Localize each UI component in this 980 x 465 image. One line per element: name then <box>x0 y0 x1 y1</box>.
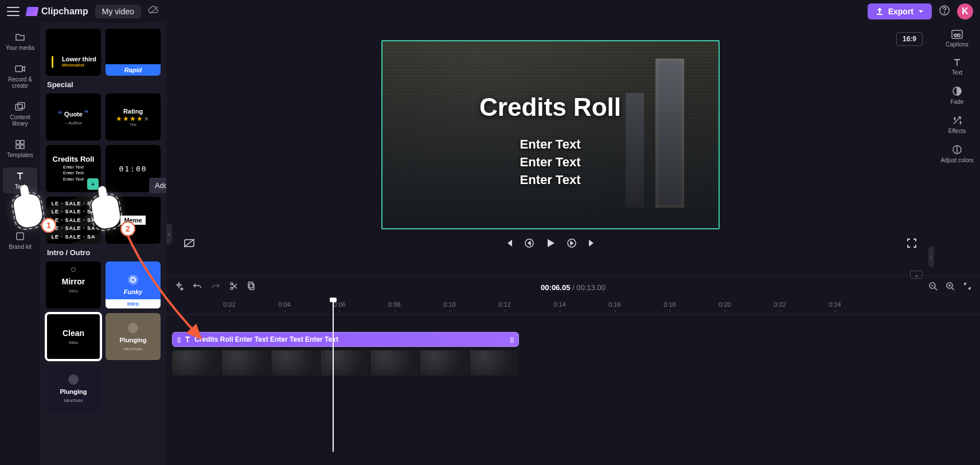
timeline-ruler[interactable]: 0:020:040:060:080:100:120:140:160:180:20… <box>166 299 980 315</box>
effects-icon <box>952 115 962 126</box>
stage-body: Enter Text Enter Text Enter Text <box>382 136 719 189</box>
card-rating[interactable]: Rating ★★★★★ Title <box>106 93 161 140</box>
svg-rect-4 <box>15 104 22 110</box>
card-lower-third[interactable]: Lower thirdMinimalist <box>46 29 101 76</box>
nav-templates[interactable]: Templates <box>3 136 37 162</box>
timeline-time: 00:06.05 / 00:13.00 <box>541 283 606 292</box>
card-clean[interactable]: Clean Intro <box>46 313 101 360</box>
playhead[interactable] <box>333 299 334 452</box>
avatar[interactable]: K <box>957 3 973 19</box>
ruler-tick: 0:04 <box>278 301 290 308</box>
timeline-collapse-toggle[interactable]: ⌄ <box>910 271 923 279</box>
nav-record-create[interactable]: Record & create <box>3 60 37 92</box>
svg-rect-6 <box>16 140 19 144</box>
svg-rect-7 <box>21 140 24 144</box>
nav-content-library[interactable]: Content library <box>3 98 37 130</box>
step-forward-icon[interactable] <box>567 238 577 251</box>
adjust-colors-icon <box>952 144 962 155</box>
svg-rect-21 <box>248 282 253 288</box>
card-plunging-dark[interactable]: Plunging Intro/Outro <box>46 365 101 412</box>
collapse-right-rail[interactable]: › <box>928 247 934 267</box>
export-button[interactable]: Export <box>868 3 932 19</box>
help-icon[interactable] <box>939 5 950 18</box>
section-special: Special <box>47 80 161 89</box>
tutorial-pointer-1: 1 <box>15 195 41 227</box>
upload-icon <box>876 7 884 15</box>
rail-adjust-colors[interactable]: Adjust colors <box>940 144 973 163</box>
ruler-tick: 0:10 <box>443 301 455 308</box>
card-rapid[interactable]: Rapid <box>106 29 161 76</box>
step-back-icon[interactable] <box>524 238 534 251</box>
text-icon <box>15 171 25 181</box>
ruler-tick: 0:12 <box>498 301 510 308</box>
rail-fade[interactable]: Fade <box>951 86 964 105</box>
captions-icon: CC <box>951 30 963 39</box>
app-logo: Clipchamp <box>26 6 88 17</box>
clipchamp-icon <box>26 7 39 16</box>
preview-stage[interactable]: Credits Roll Enter Text Enter Text Enter… <box>381 40 720 229</box>
templates-icon <box>15 139 25 150</box>
svg-rect-8 <box>16 145 19 149</box>
svg-rect-9 <box>21 145 24 149</box>
fullscreen-icon[interactable] <box>907 238 917 251</box>
rail-text[interactable]: Text <box>952 58 962 76</box>
ruler-tick: 0:16 <box>608 301 620 308</box>
zoom-in-icon[interactable] <box>946 282 955 293</box>
menu-button[interactable] <box>7 7 19 16</box>
add-to-timeline-button[interactable]: + <box>87 178 99 190</box>
nav-your-media[interactable]: Your media <box>3 29 37 54</box>
timeline-tracks[interactable]: || Credits Roll Enter Text Enter Text En… <box>166 315 980 418</box>
copy-style-icon[interactable] <box>247 282 255 293</box>
brand-kit-icon <box>15 231 25 241</box>
split-icon[interactable] <box>229 282 237 293</box>
ruler-tick: 0:22 <box>774 301 786 308</box>
svg-point-19 <box>231 283 233 285</box>
svg-rect-3 <box>15 66 22 72</box>
card-quote[interactable]: ❝ Quote ❞ – Author <box>46 93 101 140</box>
nav-brand-kit[interactable]: Brand kit <box>3 228 37 253</box>
ruler-tick: 0:14 <box>553 301 565 308</box>
tooltip-add-timeline: Add to timeline <box>149 178 166 193</box>
zoom-fit-icon[interactable] <box>963 282 972 293</box>
chevron-down-icon <box>918 9 924 14</box>
text-icon <box>952 58 962 67</box>
sync-off-icon[interactable] <box>148 6 159 17</box>
card-credits-roll[interactable]: Credits Roll Enter Text Enter Text Enter… <box>46 145 101 192</box>
folder-icon <box>15 32 25 42</box>
svg-rect-22 <box>249 284 254 290</box>
rail-captions[interactable]: CC Captions <box>946 30 968 48</box>
play-button[interactable] <box>545 237 556 251</box>
ruler-tick: 0:08 <box>388 301 400 308</box>
svg-rect-10 <box>17 233 24 240</box>
ruler-tick: 0:18 <box>663 301 676 308</box>
svg-text:CC: CC <box>954 33 961 38</box>
fade-icon <box>952 86 962 96</box>
camera-icon <box>15 64 25 74</box>
clip-grip-right[interactable]: || <box>510 336 514 343</box>
svg-rect-5 <box>18 103 25 108</box>
svg-point-20 <box>231 287 233 290</box>
tutorial-arrow <box>115 226 229 358</box>
library-icon <box>15 101 25 112</box>
aspect-ratio-badge[interactable]: 16:9 <box>896 32 923 46</box>
zoom-out-icon[interactable] <box>928 282 938 293</box>
rail-effects[interactable]: Effects <box>948 115 966 134</box>
stage-title: Credits Roll <box>382 93 719 122</box>
app-name: Clipchamp <box>41 6 88 17</box>
skip-forward-icon[interactable] <box>587 239 596 250</box>
skip-back-icon[interactable] <box>505 239 514 250</box>
video-title[interactable]: My video <box>95 5 141 18</box>
svg-point-2 <box>944 12 944 13</box>
card-mirror[interactable]: Mirror Intro <box>46 261 101 308</box>
ruler-tick: 0:20 <box>719 301 731 308</box>
tutorial-pointer-2: 2 <box>93 196 119 228</box>
ruler-tick: 0:24 <box>829 301 841 308</box>
